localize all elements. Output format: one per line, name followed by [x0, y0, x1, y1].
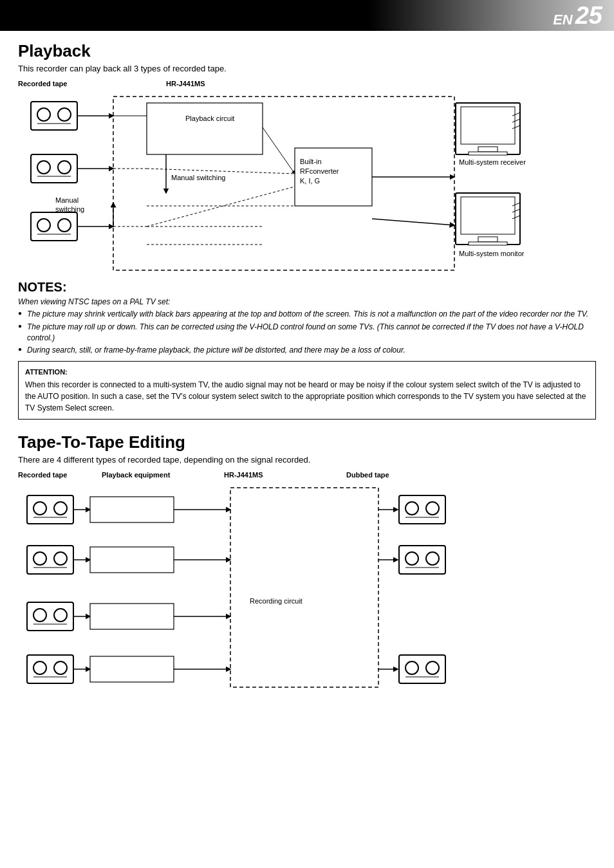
notes-title: NOTES:: [18, 280, 596, 295]
svg-point-81: [33, 609, 46, 622]
svg-point-58: [54, 502, 67, 515]
tape-recorded-label: Recorded tape: [18, 471, 89, 479]
en-label: EN: [553, 12, 573, 31]
svg-text:Built-in: Built-in: [300, 158, 322, 165]
notes-item-1: The picture may shrink vertically with b…: [18, 309, 596, 320]
svg-rect-1: [147, 103, 263, 154]
tape-editing-svg: Recording circuit: [18, 481, 572, 700]
tape-editing-subtitle: There are 4 different types of recorded …: [18, 455, 596, 465]
svg-rect-32: [469, 152, 507, 155]
attention-title: ATTENTION:: [25, 367, 589, 378]
recorded-tape-label: Recorded tape: [18, 80, 95, 88]
src-cassette-2: [27, 546, 73, 574]
svg-point-89: [54, 661, 67, 674]
tape-model-label: HR-J441MS: [224, 471, 333, 479]
notes-viewing-context: When viewing NTSC tapes on a PAL TV set:: [18, 297, 596, 306]
svg-text:RFconverter: RFconverter: [300, 167, 339, 175]
svg-rect-61: [90, 497, 174, 522]
svg-point-12: [37, 161, 50, 174]
tape-dubbed-label: Dubbed tape: [346, 471, 389, 479]
tv-monitor: [456, 193, 520, 245]
attention-box: ATTENTION: When this recorder is connect…: [18, 361, 596, 420]
svg-point-9: [58, 108, 71, 121]
svg-line-45: [372, 219, 454, 225]
svg-point-16: [37, 219, 50, 232]
src-cassette-1: [27, 495, 73, 524]
header-bar: EN 25: [0, 0, 614, 31]
model-label: HR-J441MS: [166, 80, 205, 88]
playback-subtitle: This recorder can play back all 3 types …: [18, 64, 596, 73]
svg-text:Manual: Manual: [55, 196, 79, 204]
svg-text:Multi-system receiver: Multi-system receiver: [459, 158, 526, 166]
svg-line-25: [263, 127, 295, 174]
attention-text: When this recorder is connected to a mul…: [25, 379, 589, 414]
page-number: 25: [575, 3, 602, 28]
svg-point-70: [54, 552, 67, 565]
dub-cassette-1: [399, 495, 445, 524]
svg-rect-54: [230, 488, 378, 687]
main-content: Playback This recorder can play back all…: [0, 31, 614, 713]
svg-point-97: [426, 661, 439, 674]
svg-point-17: [58, 219, 71, 232]
svg-point-82: [54, 609, 67, 622]
cassette-2: [31, 154, 77, 183]
svg-text:Multi-system monitor: Multi-system monitor: [459, 250, 525, 257]
svg-rect-39: [478, 237, 498, 242]
svg-rect-30: [461, 107, 515, 144]
svg-point-57: [33, 502, 46, 515]
src-cassette-4: [27, 655, 73, 683]
dub-cassette-2: [399, 546, 445, 574]
svg-rect-38: [461, 197, 515, 234]
notes-list: The picture may shrink vertically with b…: [18, 309, 596, 356]
svg-point-8: [37, 108, 50, 121]
svg-line-27: [147, 187, 295, 226]
tape-playback-label: Playback equipment: [102, 471, 211, 479]
svg-line-26: [147, 169, 295, 174]
svg-point-78: [426, 552, 439, 565]
svg-text:Playback circuit: Playback circuit: [185, 115, 234, 122]
svg-rect-0: [113, 97, 454, 270]
playback-svg: Playback circuit Built-in RFconverter K,…: [18, 90, 572, 280]
svg-point-96: [405, 661, 418, 674]
notes-item-3: During search, still, or frame-by-frame …: [18, 345, 596, 356]
playback-title: Playback: [18, 41, 596, 61]
svg-rect-31: [478, 147, 498, 152]
svg-point-65: [405, 502, 418, 515]
notes-item-2: The picture may roll up or down. This ca…: [18, 322, 596, 344]
svg-rect-92: [90, 656, 174, 682]
svg-point-69: [33, 552, 46, 565]
svg-point-88: [33, 661, 46, 674]
svg-text:Manual switching: Manual switching: [171, 174, 225, 181]
svg-text:Recording circuit: Recording circuit: [250, 597, 302, 605]
tape-editing-section: Tape-To-Tape Editing There are 4 differe…: [18, 432, 596, 700]
svg-rect-85: [90, 604, 174, 629]
svg-text:switching: switching: [55, 205, 84, 213]
tv-receiver: [456, 103, 520, 155]
svg-rect-73: [90, 547, 174, 573]
svg-text:K, I, G: K, I, G: [300, 177, 320, 185]
svg-point-66: [426, 502, 439, 515]
tape-editing-title: Tape-To-Tape Editing: [18, 432, 596, 452]
notes-section: NOTES: When viewing NTSC tapes on a PAL …: [18, 280, 596, 420]
svg-point-77: [405, 552, 418, 565]
cassette-1: [31, 102, 77, 130]
src-cassette-3: [27, 602, 73, 631]
svg-point-13: [58, 161, 71, 174]
playback-diagram: Recorded tape HR-J441MS Playback circuit…: [18, 80, 596, 280]
cassette-3: [31, 212, 77, 241]
svg-rect-40: [469, 242, 507, 245]
dub-cassette-4: [399, 655, 445, 683]
